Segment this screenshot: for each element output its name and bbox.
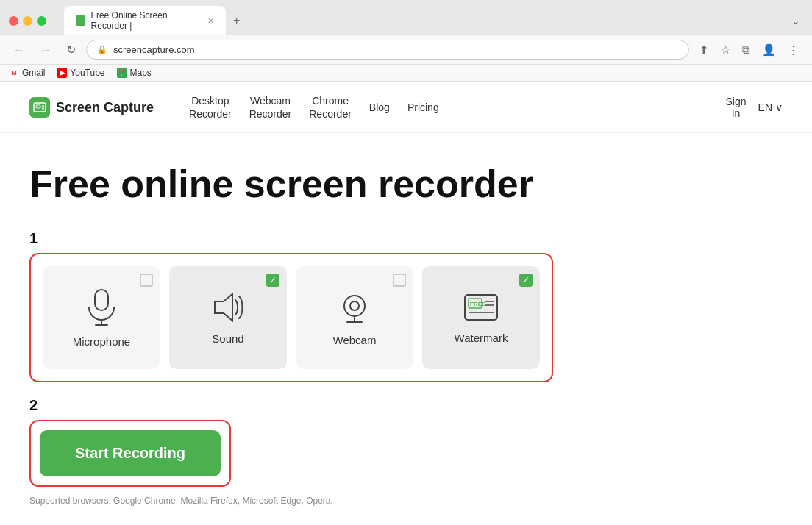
lock-icon: 🔒 <box>97 45 107 54</box>
maps-icon: 📍 <box>117 68 127 78</box>
site-nav-links: DesktopRecorder WebcamRecorder ChromeRec… <box>189 94 439 121</box>
reload-button[interactable]: ↻ <box>62 40 80 60</box>
start-recording-container: Start Recording <box>29 420 231 487</box>
sound-icon <box>209 291 247 324</box>
webcam-label: Webcam <box>333 334 377 346</box>
hero-section: Free online screen recorder 1 Microphone <box>0 133 812 525</box>
logo-text: Screen Capture <box>56 100 154 115</box>
bookmark-youtube-label: YouTube <box>70 68 104 78</box>
svg-rect-5 <box>95 290 108 310</box>
option-watermark[interactable]: ✓ FREE Watermark <box>422 266 540 369</box>
svg-rect-1 <box>36 105 40 108</box>
close-button[interactable] <box>9 16 18 26</box>
webcam-icon <box>337 290 372 325</box>
start-recording-button[interactable]: Start Recording <box>40 430 221 476</box>
bookmark-gmail-label: Gmail <box>22 68 45 78</box>
title-bar: Free Online Screen Recorder | ✕ + ⌄ <box>0 0 812 35</box>
svg-text:FREE: FREE <box>470 301 486 307</box>
split-view-button[interactable]: ⧉ <box>738 40 755 60</box>
site-logo[interactable]: Screen Capture <box>29 97 154 118</box>
forward-button[interactable]: → <box>35 40 56 60</box>
back-button[interactable]: ← <box>9 40 29 60</box>
browser-chrome: Free Online Screen Recorder | ✕ + ⌄ ← → … <box>0 0 812 82</box>
watermark-checkbox[interactable]: ✓ <box>519 274 533 287</box>
language-label: EN <box>758 101 772 113</box>
bookmark-youtube[interactable]: ▶ YouTube <box>57 68 104 78</box>
nav-right: SignIn EN ∨ <box>726 96 783 119</box>
tab-favicon <box>76 15 85 26</box>
tab-title: Free Online Screen Recorder | <box>91 10 199 31</box>
maximize-button[interactable] <box>37 16 46 26</box>
nav-desktop-recorder[interactable]: DesktopRecorder <box>189 94 232 121</box>
option-microphone[interactable]: Microphone <box>43 266 160 369</box>
expand-button[interactable]: ⌄ <box>788 12 803 29</box>
bookmark-gmail[interactable]: M Gmail <box>9 68 45 78</box>
more-button[interactable]: ⋮ <box>783 40 803 60</box>
bookmarks-bar: M Gmail ▶ YouTube 📍 Maps <box>0 65 812 82</box>
step2-number: 2 <box>29 397 783 414</box>
watermark-icon: FREE <box>462 292 500 323</box>
option-webcam[interactable]: Webcam <box>296 266 413 369</box>
nav-webcam-recorder[interactable]: WebcamRecorder <box>249 94 292 121</box>
traffic-lights <box>9 16 46 26</box>
logo-icon <box>29 97 50 118</box>
share-button[interactable]: ⬆ <box>695 40 713 60</box>
sound-label: Sound <box>212 332 243 345</box>
bookmark-button[interactable]: ☆ <box>716 40 735 60</box>
youtube-icon: ▶ <box>57 68 67 78</box>
svg-point-9 <box>344 296 365 316</box>
supported-browsers-text: Supported browsers: Google Chrome, Mozil… <box>29 496 783 506</box>
tab-bar: Free Online Screen Recorder | ✕ + <box>64 6 246 35</box>
profile-button[interactable]: 👤 <box>758 40 780 60</box>
url-bar[interactable]: 🔒 screencapture.com <box>86 40 689 60</box>
tab-close-button[interactable]: ✕ <box>207 16 214 26</box>
language-selector[interactable]: EN ∨ <box>758 101 783 113</box>
url-text: screencapture.com <box>113 44 678 55</box>
chevron-down-icon: ∨ <box>775 101 783 113</box>
site-navbar: Screen Capture DesktopRecorder WebcamRec… <box>0 82 812 133</box>
nav-chrome-recorder[interactable]: ChromeRecorder <box>309 94 352 121</box>
microphone-icon <box>85 288 118 326</box>
page-content: Screen Capture DesktopRecorder WebcamRec… <box>0 82 812 525</box>
watermark-label: Watermark <box>455 332 508 344</box>
new-tab-button[interactable]: + <box>227 11 246 30</box>
option-sound[interactable]: ✓ Sound <box>169 266 287 369</box>
options-container: Microphone ✓ Sound <box>29 253 553 382</box>
microphone-checkbox[interactable] <box>140 274 153 287</box>
minimize-button[interactable] <box>23 16 32 26</box>
hero-title: Free online screen recorder <box>29 162 783 207</box>
nav-blog[interactable]: Blog <box>369 101 390 114</box>
microphone-label: Microphone <box>73 335 130 348</box>
svg-marker-8 <box>215 294 232 321</box>
step1-number: 1 <box>29 230 783 247</box>
sign-in-button[interactable]: SignIn <box>726 96 747 119</box>
gmail-icon: M <box>9 68 19 78</box>
svg-point-10 <box>350 301 359 310</box>
active-tab[interactable]: Free Online Screen Recorder | ✕ <box>64 6 226 35</box>
bookmark-maps[interactable]: 📍 Maps <box>117 68 152 78</box>
bookmark-maps-label: Maps <box>130 68 152 78</box>
nav-pricing[interactable]: Pricing <box>407 101 439 114</box>
browser-nav-bar: ← → ↻ 🔒 screencapture.com ⬆ ☆ ⧉ 👤 ⋮ <box>0 35 812 65</box>
nav-actions: ⬆ ☆ ⧉ 👤 ⋮ <box>695 40 803 60</box>
webcam-checkbox[interactable] <box>393 274 406 287</box>
sound-checkbox[interactable]: ✓ <box>266 274 279 287</box>
